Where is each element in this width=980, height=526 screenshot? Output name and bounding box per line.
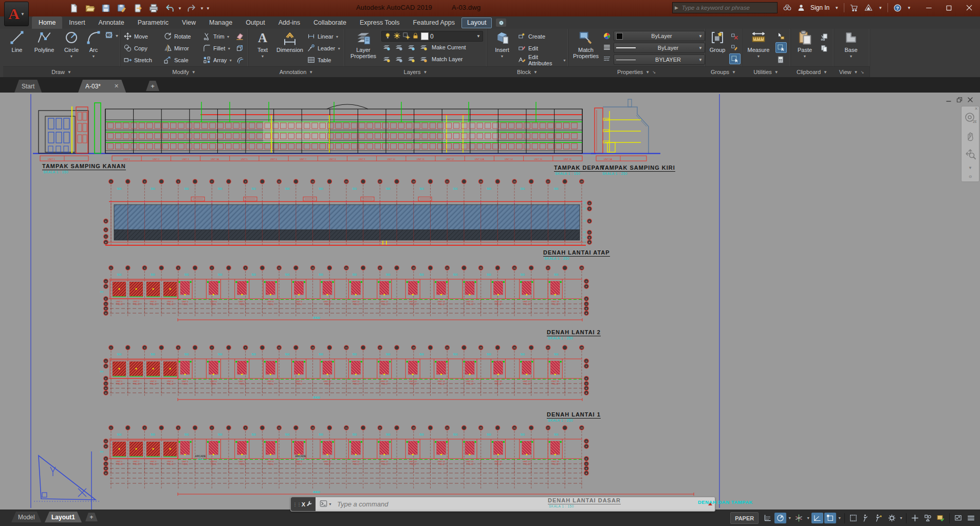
- dialog-launcher-icon[interactable]: ↘: [860, 70, 864, 75]
- grid-toggle-icon[interactable]: [762, 513, 773, 523]
- ribbon-tab-annotate[interactable]: Annotate: [92, 16, 131, 29]
- ribbon-tab-parametric[interactable]: Parametric: [131, 16, 175, 29]
- group-edit-icon[interactable]: [729, 42, 739, 52]
- osnap-menu-icon[interactable]: ▼: [838, 516, 841, 520]
- stretch-button[interactable]: Stretch: [123, 56, 161, 65]
- layer-tool-icon[interactable]: [394, 42, 404, 52]
- ribbon-tab-layout[interactable]: Layout: [461, 17, 492, 28]
- erase-button[interactable]: [235, 32, 245, 41]
- scale-button[interactable]: Scale: [163, 56, 200, 65]
- dimension-button[interactable]: Dimension: [275, 30, 305, 53]
- hatch-button[interactable]: ▼: [105, 31, 119, 40]
- new-icon[interactable]: [68, 2, 80, 14]
- maximize-button[interactable]: [946, 5, 952, 11]
- layer-tool-icon[interactable]: [394, 54, 404, 64]
- group-button[interactable]: Group: [707, 30, 728, 53]
- command-input[interactable]: [336, 500, 715, 509]
- cut-icon[interactable]: [819, 32, 829, 42]
- graphics-performance-toggle-icon[interactable]: [935, 513, 947, 523]
- lineweight-list-icon[interactable]: [602, 42, 612, 52]
- create-button[interactable]: Create: [517, 32, 566, 41]
- share-icon[interactable]: [132, 2, 144, 14]
- move-button[interactable]: Move: [123, 32, 161, 41]
- edit-attributes-button[interactable]: Edit Attributes▼: [517, 56, 566, 65]
- layer-lock-icon[interactable]: [412, 32, 419, 41]
- layer-select[interactable]: 0▼: [381, 31, 483, 42]
- search-input[interactable]: [681, 4, 765, 11]
- new-drawing-tab-button[interactable]: +: [146, 81, 159, 91]
- panel-label-modify[interactable]: Modify▼: [120, 66, 248, 77]
- snap-menu-icon[interactable]: ▼: [788, 516, 791, 520]
- store-cart-icon[interactable]: [849, 3, 859, 12]
- layer-on-icon[interactable]: [384, 32, 392, 41]
- steering-wheel-icon[interactable]: 2D: [964, 112, 976, 125]
- fast-select-icon[interactable]: [775, 42, 787, 53]
- text-button[interactable]: AText▼: [251, 30, 274, 58]
- panel-label-annotation[interactable]: Annotation▼: [248, 66, 344, 77]
- layer-tool-icon[interactable]: [418, 54, 429, 64]
- file-tab-a03[interactable]: A-03*✕: [78, 80, 126, 93]
- layer-properties-button[interactable]: LayerProperties: [347, 30, 379, 59]
- search-expand-icon[interactable]: ▶: [675, 5, 678, 10]
- table-button[interactable]: Table: [307, 56, 343, 65]
- viewport-restore-icon[interactable]: [956, 97, 963, 103]
- layout-tab-model[interactable]: Model: [11, 512, 42, 522]
- explode-button[interactable]: [235, 44, 245, 53]
- base-button[interactable]: Base▼: [840, 30, 862, 58]
- layer-tool-icon[interactable]: [381, 54, 392, 64]
- osnap-toggle-icon[interactable]: [824, 513, 836, 523]
- copy-clip-icon[interactable]: [819, 43, 829, 53]
- line-button[interactable]: Line: [5, 30, 29, 53]
- mirror-button[interactable]: Mirror: [163, 44, 200, 53]
- sign-in-button[interactable]: Sign In: [810, 4, 829, 11]
- panel-label-groups[interactable]: Groups▼: [705, 66, 742, 77]
- layout-tab-layout1[interactable]: Layout1: [45, 512, 82, 522]
- command-grip-icon[interactable]: ⋮⋮: [293, 502, 301, 507]
- clean-screen-toggle-icon[interactable]: [952, 513, 964, 523]
- panel-label-draw[interactable]: Draw▼: [3, 66, 120, 77]
- linetype-select[interactable]: BYLAYER▼: [614, 55, 705, 65]
- layer-vpfreeze-icon[interactable]: [402, 32, 410, 41]
- edit-button[interactable]: Edit: [517, 44, 566, 53]
- annotation-autoscale-toggle-icon[interactable]: [873, 513, 885, 523]
- leader-button[interactable]: Leader▼: [307, 44, 343, 53]
- panel-label-layers[interactable]: Layers▼: [344, 66, 487, 77]
- minimize-button[interactable]: [926, 5, 932, 11]
- command-prompt-icon[interactable]: ▼: [320, 500, 332, 509]
- close-button[interactable]: [966, 4, 973, 11]
- ribbon-tab-collaborate[interactable]: Collaborate: [307, 16, 353, 29]
- ribbon-tab-express-tools[interactable]: Express Tools: [353, 16, 406, 29]
- ribbon-tab-insert[interactable]: Insert: [62, 16, 91, 29]
- help-menu-icon[interactable]: ▼: [907, 6, 911, 10]
- trim-button[interactable]: Trim▼: [202, 32, 235, 41]
- customization-toggle-icon[interactable]: [965, 513, 977, 523]
- viewport-close-icon[interactable]: [967, 97, 973, 103]
- selection-cycling-toggle-icon[interactable]: [847, 513, 859, 523]
- new-layout-button[interactable]: +: [85, 513, 98, 521]
- panel-label-block[interactable]: Block▼: [487, 66, 568, 77]
- layer-tool-icon[interactable]: [406, 54, 416, 64]
- file-tab-start[interactable]: Start: [14, 80, 42, 93]
- sign-in-menu-icon[interactable]: ▼: [835, 6, 839, 10]
- save-as-icon[interactable]: [116, 2, 128, 14]
- ribbon-tab-manage[interactable]: Manage: [202, 16, 239, 29]
- ribbon-tab-add-ins[interactable]: Add-ins: [272, 16, 307, 29]
- ribbon-display-icon[interactable]: [496, 19, 506, 27]
- settings-menu-icon[interactable]: ▼: [899, 516, 903, 520]
- fillet-button[interactable]: Fillet▼: [202, 44, 235, 53]
- insert-button[interactable]: Insert▼: [490, 30, 514, 58]
- settings-toggle-icon[interactable]: [886, 513, 898, 523]
- layer-thaw-icon[interactable]: [393, 32, 401, 41]
- circle-button[interactable]: Circle▼: [60, 30, 83, 58]
- redo-menu-icon[interactable]: ▼: [200, 6, 204, 11]
- make-current-button[interactable]: Make Current: [432, 44, 466, 50]
- application-menu-button[interactable]: A▼: [4, 2, 29, 26]
- open-icon[interactable]: [84, 2, 96, 14]
- command-wrench-icon[interactable]: [306, 500, 313, 509]
- object-color-select[interactable]: ByLayer▼: [614, 31, 705, 41]
- navbar-close-icon[interactable]: ✕: [974, 106, 978, 111]
- isodraft-menu-icon[interactable]: ▼: [806, 516, 810, 520]
- color-wheel-icon[interactable]: [602, 31, 612, 41]
- redo-icon[interactable]: [186, 2, 198, 14]
- group-selection-icon[interactable]: [729, 53, 741, 64]
